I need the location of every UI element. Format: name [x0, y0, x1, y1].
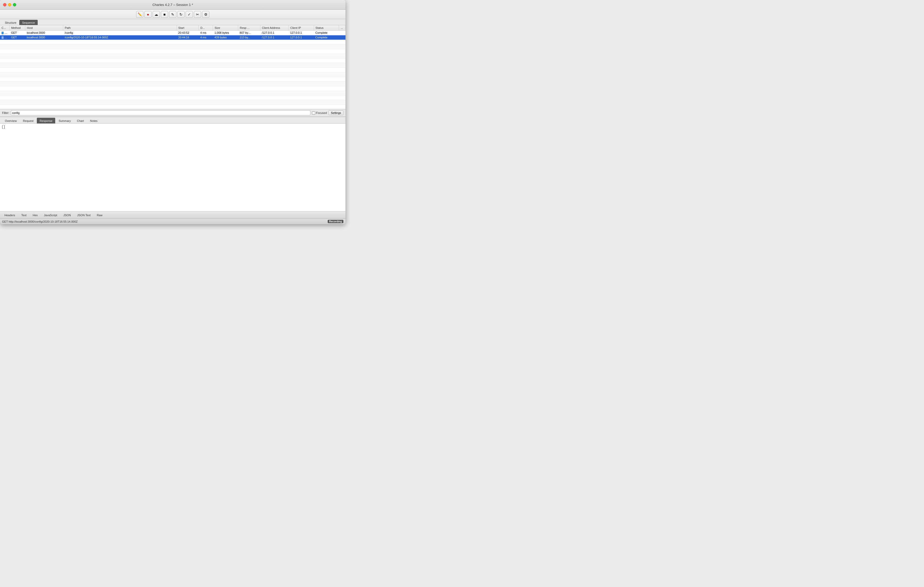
recording-badge: Recording [328, 220, 343, 223]
tab-structure[interactable]: Structure [2, 20, 19, 25]
minimize-button[interactable] [8, 3, 12, 7]
table-row-empty [0, 95, 345, 100]
col-header-d: D... [199, 25, 213, 30]
tab-hex[interactable]: Hex [30, 212, 40, 218]
tab-javascript[interactable]: JavaScript [41, 212, 59, 218]
col-header-client-ip: Client IP [289, 25, 314, 30]
tab-sequence[interactable]: Sequence [19, 20, 38, 25]
check-button[interactable]: ✓ [186, 11, 193, 18]
titlebar: Charles 4.2.7 – Session 1 * [0, 0, 345, 10]
detail-tabs: Overview Request Response Summary Chart … [0, 117, 345, 124]
tab-text[interactable]: Text [19, 212, 29, 218]
table-row-empty [0, 67, 345, 72]
cell-duration: 4 ms [199, 30, 213, 35]
detail-text: [] [2, 125, 5, 129]
refresh-button[interactable]: ↻ [177, 11, 185, 18]
status-text: GET http://localhost:3000/config/2020-10… [2, 220, 78, 223]
table-row-empty [0, 58, 345, 63]
table-row-empty [0, 86, 345, 91]
status-bar: GET http://localhost:3000/config/2020-10… [0, 219, 345, 224]
col-header-method: Method [10, 25, 25, 30]
cell-start: 20:44:16 [177, 35, 199, 40]
request-table: C... Method Host Path Start D... Size Re… [0, 25, 345, 109]
table-row[interactable]: 200 GET localhost:3000 /config/2020-10-1… [0, 35, 345, 40]
pen-tool-button[interactable]: ✏️ [136, 11, 144, 18]
request-table-container: C... Method Host Path Start D... Size Re… [0, 25, 345, 109]
cell-resp: 213 by... [238, 35, 261, 40]
filter-input[interactable] [11, 110, 311, 115]
nav-tabs: Structure Sequence [0, 19, 345, 25]
tab-headers[interactable]: Headers [2, 212, 18, 218]
col-header-client-address: Client Address [260, 25, 289, 30]
cell-method: GET [10, 35, 25, 40]
table-row-empty [0, 44, 345, 49]
tab-json[interactable]: JSON [61, 212, 73, 218]
cell-resp: 807 by... [238, 30, 261, 35]
tab-json-text[interactable]: JSON Text [75, 212, 93, 218]
tools-button[interactable]: ✂ [194, 11, 201, 18]
col-header-c: C... [0, 25, 10, 30]
table-header-row: C... Method Host Path Start D... Size Re… [0, 25, 345, 30]
tab-raw[interactable]: Raw [94, 212, 105, 218]
cloud-button[interactable]: ☁ [153, 11, 160, 18]
col-header-start: Start [177, 25, 199, 30]
cell-duration: 4 ms [199, 35, 213, 40]
window-title: Charles 4.2.7 – Session 1 * [152, 3, 193, 7]
cell-start: 20:43:52 [177, 30, 199, 35]
table-row-empty [0, 49, 345, 54]
col-header-size: Size [213, 25, 238, 30]
table-row-empty [0, 77, 345, 81]
col-header-status: Status [314, 25, 339, 30]
focused-checkbox[interactable] [312, 111, 315, 115]
cell-status: Complete [314, 35, 339, 40]
cell-client-address: /127.0.0.1 [260, 30, 289, 35]
toolbar: ✏️ ● ☁ ■ ✎ ↻ ✓ ✂ ⚙ [0, 10, 345, 19]
table-row-empty [0, 72, 345, 77]
settings-button[interactable]: ⚙ [202, 11, 210, 18]
table-row-empty [0, 63, 345, 67]
cell-path: /config [63, 30, 177, 35]
table-row-empty [0, 81, 345, 86]
cell-client-address: /127.0.0.1 [260, 35, 289, 40]
tab-notes[interactable]: Notes [87, 118, 100, 123]
table-row-empty [0, 40, 345, 44]
filter-bar: Filter: Focused Settings [0, 109, 345, 117]
cell-client-ip: 127.0.0.1 [289, 35, 314, 40]
traffic-lights [3, 3, 16, 7]
filter-label: Filter: [2, 111, 9, 114]
main-area: Structure Sequence C... Method Host Path… [0, 19, 345, 224]
cell-size: 439 bytes [213, 35, 238, 40]
cell-method: GET [10, 30, 25, 35]
maximize-button[interactable] [13, 3, 16, 7]
table-row[interactable]: 200 GET localhost:3000 /config 20:43:52 … [0, 30, 345, 35]
cell-size: 1,008 bytes [213, 30, 238, 35]
cell-extra [339, 30, 345, 35]
cell-path: /config/2020-10-18T16:55:14.000Z [63, 35, 177, 40]
col-header-host: Host [25, 25, 63, 30]
stop-button[interactable]: ■ [161, 11, 168, 18]
cell-host: localhost:3000 [25, 35, 63, 40]
tab-overview[interactable]: Overview [2, 118, 20, 123]
cell-host: localhost:3000 [25, 30, 63, 35]
bottom-pane: Overview Request Response Summary Chart … [0, 117, 345, 219]
table-row-empty [0, 54, 345, 58]
close-button[interactable] [3, 3, 7, 7]
cell-status: Complete [314, 30, 339, 35]
col-header-path: Path [63, 25, 177, 30]
tab-chart[interactable]: Chart [74, 118, 87, 123]
edit-button[interactable]: ✎ [169, 11, 177, 18]
col-header-resp: Resp ... [238, 25, 261, 30]
record-button[interactable]: ● [144, 11, 152, 18]
bottom-tabs-toolbar: Headers Text Hex JavaScript JSON JSON Te… [0, 211, 345, 219]
tab-request[interactable]: Request [20, 118, 36, 123]
table-row-empty [0, 91, 345, 95]
cell-c: 200 [0, 35, 10, 40]
table-row-empty [0, 100, 345, 105]
col-header-extra: ... [339, 25, 345, 30]
cell-client-ip: 127.0.0.1 [289, 30, 314, 35]
tab-summary[interactable]: Summary [56, 118, 73, 123]
top-pane: Structure Sequence C... Method Host Path… [0, 19, 345, 117]
tab-response[interactable]: Response [37, 118, 55, 123]
settings-filter-button[interactable]: Settings [328, 110, 343, 115]
table-row-empty [0, 105, 345, 109]
